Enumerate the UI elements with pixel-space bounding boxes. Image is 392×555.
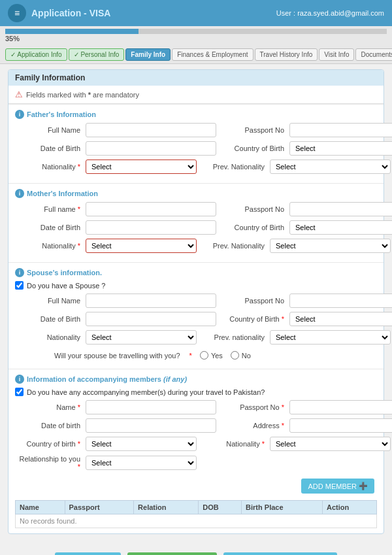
member-address-label: Address: [219, 422, 284, 429]
members-table: Name Passport Relation DOB Birth Place A…: [15, 500, 377, 528]
spouse-passport-row: Passport No: [219, 294, 392, 308]
member-relationship-select[interactable]: Select: [86, 456, 197, 470]
add-member-button[interactable]: ADD MEMBER ➕: [301, 479, 374, 494]
app-title: Application - VISA: [31, 8, 110, 18]
member-country-birth-label: Country of birth: [15, 440, 80, 448]
member-dob-input[interactable]: [86, 418, 216, 433]
fathers-row3: Nationality Select Prev. Nationality Sel…: [15, 160, 377, 178]
member-address-row: Address: [219, 418, 392, 433]
mother-dob-input[interactable]: [86, 220, 216, 235]
spouse-no-radio[interactable]: [231, 351, 239, 360]
mother-nationality-select[interactable]: Select: [86, 239, 197, 253]
spouse-fullname-row: Full Name: [15, 294, 216, 308]
tab-travel-history[interactable]: Travel History Info: [255, 48, 318, 61]
mother-passport-input[interactable]: [289, 202, 392, 216]
mother-nationality-row: Nationality Select: [15, 239, 197, 253]
member-country-birth-select[interactable]: Select: [86, 437, 197, 451]
accompanying-row2: Date of birth Address: [15, 418, 377, 437]
spouse-prev-nationality-label: Prev. nationality: [199, 333, 265, 341]
spouse-travelling-row: Will your spouse be travelling with you?…: [15, 351, 377, 360]
mother-prev-nationality-select[interactable]: Select: [270, 239, 391, 253]
spouse-no-label: No: [231, 351, 251, 360]
plus-icon: ➕: [359, 482, 368, 490]
tab-personal-info[interactable]: ✓ Personal Info: [69, 48, 125, 61]
accompanying-checkbox[interactable]: [15, 388, 24, 396]
spouse-country-birth-select[interactable]: Select: [289, 312, 392, 326]
footer-buttons: ◄ ◄ BACK ➜ SAVE AND EXIT ➜ SAVE AND CONT…: [0, 545, 392, 555]
col-name: Name: [16, 501, 65, 514]
spouse-nationality-row: Nationality Select: [15, 330, 197, 345]
tab-application-info[interactable]: ✓ Application Info: [5, 48, 67, 61]
spouse-yes-label: Yes: [200, 351, 223, 360]
mother-fullname-input[interactable]: [86, 202, 216, 216]
header: ≡ Application - VISA User : raza.syed.ab…: [0, 0, 392, 26]
tab-visit-info[interactable]: Visit Info: [319, 48, 354, 61]
save-continue-button[interactable]: ➜ SAVE AND CONTINUE: [223, 552, 337, 555]
spouse-passport-input[interactable]: [289, 294, 392, 308]
mother-passport-row: Passport No: [219, 202, 392, 216]
member-passport-input[interactable]: [289, 400, 392, 414]
progress-label: 35%: [5, 35, 20, 42]
spouse-checkbox-label: Do you have a Spouse ?: [27, 282, 105, 290]
spouse-nationality-select[interactable]: Select: [86, 330, 197, 345]
member-relationship-label: Relationship to you: [15, 455, 80, 471]
mother-dob-label: Date of Birth: [15, 224, 80, 231]
member-passport-label: Passport No: [219, 403, 284, 411]
info-icon-accompanying: i: [15, 375, 24, 384]
member-name-input[interactable]: [86, 400, 216, 414]
spouse-checkbox-row: Do you have a Spouse ?: [15, 281, 377, 290]
spouse-dob-label: Date of Birth: [15, 315, 80, 323]
table-header-row: Name Passport Relation DOB Birth Place A…: [16, 501, 377, 514]
mother-fullname-row: Full name: [15, 202, 216, 216]
spouse-checkbox[interactable]: [15, 281, 24, 290]
info-icon-spouse: i: [15, 268, 24, 277]
father-prev-nationality-label: Prev. Nationality: [199, 163, 265, 171]
member-passport-row: Passport No: [219, 400, 392, 414]
spouse-row1: Full Name Passport No: [15, 294, 377, 312]
section-title: Family Information: [8, 70, 384, 86]
father-prev-nationality-select[interactable]: Select: [270, 160, 391, 174]
spouse-fullname-input[interactable]: [86, 294, 216, 308]
spouse-prev-nationality-row: Prev. nationality Select: [199, 330, 391, 345]
spouse-row3: Nationality Select Prev. nationality Sel…: [15, 330, 377, 348]
spouse-dob-input[interactable]: [86, 312, 216, 326]
tabs-row: ✓ Application Info ✓ Personal Info Famil…: [0, 46, 392, 64]
accompanying-row3: Country of birth Select Nationality Sele…: [15, 437, 377, 455]
father-dob-input[interactable]: [86, 141, 216, 156]
back-button[interactable]: ◄ ◄ BACK: [55, 552, 121, 555]
accompanying-row1: Name Passport No: [15, 400, 377, 418]
member-address-input[interactable]: [289, 418, 392, 433]
tab-documents[interactable]: Documents / Photograph: [355, 48, 392, 61]
progress-area: 35%: [0, 26, 392, 46]
col-passport: Passport: [65, 501, 134, 514]
father-country-birth-select[interactable]: Select: [289, 141, 392, 156]
father-dob-row: Date of Birth: [15, 141, 216, 156]
mandatory-text: Fields marked with * are mandatory: [26, 91, 139, 99]
spouse-prev-nationality-select[interactable]: Select: [270, 330, 391, 345]
accompanying-row4: Relationship to you Select: [15, 455, 377, 475]
col-dob: DOB: [199, 501, 242, 514]
spouse-yes-radio[interactable]: [200, 351, 208, 360]
fathers-info-title: i Father's Information: [15, 110, 377, 119]
father-fullname-label: Full Name: [15, 126, 80, 134]
father-nationality-row: Nationality Select: [15, 160, 197, 174]
member-nationality-row: Nationality Select: [199, 437, 391, 451]
father-passport-input[interactable]: [289, 123, 392, 137]
member-nationality-select[interactable]: Select: [270, 437, 391, 451]
father-nationality-select[interactable]: Select: [86, 160, 197, 174]
save-exit-button[interactable]: ➜ SAVE AND EXIT: [127, 552, 218, 555]
accompanying-checkbox-label: Do you have any accompanying member(s) d…: [27, 388, 265, 396]
col-relation: Relation: [134, 501, 199, 514]
mother-country-birth-select[interactable]: Select: [289, 220, 392, 235]
add-member-container: ADD MEMBER ➕: [15, 475, 377, 497]
father-country-birth-row: Country of Birth Select: [219, 141, 392, 156]
tab-finances[interactable]: Finances & Employment: [172, 48, 253, 61]
tab-family-info[interactable]: Family Info: [125, 48, 171, 61]
fathers-row2: Date of Birth Country of Birth Select: [15, 141, 377, 160]
info-icon: i: [15, 110, 24, 119]
father-fullname-input[interactable]: [86, 123, 216, 137]
spouses-info-title: i Spouse's information.: [15, 268, 377, 277]
father-dob-label: Date of Birth: [15, 144, 80, 152]
info-icon-mother: i: [15, 189, 24, 198]
father-country-birth-label: Country of Birth: [219, 144, 284, 152]
